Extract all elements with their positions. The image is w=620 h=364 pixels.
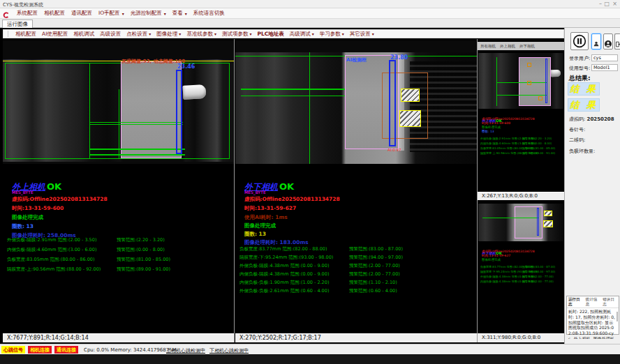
- close-button[interactable]: ×: [612, 1, 617, 7]
- tool-learn-params[interactable]: 学习参数: [320, 31, 341, 38]
- yellow-defect-box: [544, 211, 552, 216]
- thumb1-time: 时间:13-31-59-600: [482, 121, 510, 125]
- mini-measure-warn: 预警范围:(2.00 - 77.00): [522, 280, 554, 283]
- log-tab-stats[interactable]: 统计信息: [586, 297, 600, 307]
- menu-language-switch[interactable]: 系统语言切换: [193, 10, 225, 17]
- thumb1-pixel-coords: X:267;Y:13;R:0;G:0;B:0: [478, 192, 564, 200]
- thumb1-code: 虚拟码:Offline2025020813134728: [482, 117, 535, 121]
- chevron-down-icon: ▾: [149, 31, 151, 36]
- ring-count-label: 负极环数量:: [569, 148, 595, 155]
- thumb-tab-lower[interactable]: 外下相机: [519, 44, 535, 49]
- mini-measure-warn: 预警范围:(81.00 - 85.00): [522, 146, 555, 150]
- mini-measure-warn: 预警范围:(2.20 - 3.20): [522, 137, 552, 140]
- left-ring-count: 圈数: 13: [12, 223, 34, 230]
- measure-warn: 预警范围:(81.00 - 85.00): [117, 257, 170, 263]
- result-badge-lower: 结 果: [568, 98, 600, 112]
- left-mes-label: MES_BYTE: [12, 190, 34, 195]
- tab-object: [182, 84, 206, 100]
- tool-other-settings[interactable]: 其它设置: [350, 31, 371, 38]
- yellow-defect-box: [399, 110, 421, 127]
- app-logo-icon: [2, 9, 10, 17]
- log-scrollbar[interactable]: [617, 312, 618, 321]
- orange-marker: [527, 81, 531, 85]
- measurement-row: 外侧负极-负极:2.61mm 范围:(0.60 - 4.00) 预警范围:(0.…: [235, 288, 477, 295]
- minimize-button[interactable]: –: [599, 1, 602, 7]
- measure-value: 负极宽度:83.77mm 范围:(82.00 - 88.00): [239, 246, 327, 252]
- threshold-label: 灰度阈值:93, 动态阈值:100: [121, 58, 185, 65]
- mini-measure-warn: 预警范围:(89.00 - 91.00): [522, 151, 555, 155]
- operator-icon: [604, 38, 612, 46]
- tool-spot-check[interactable]: 点检设置: [126, 31, 147, 38]
- mini-measure-row: 外侧负极-隔膜:4.38mm 范围:(0.00 - 9.00)预警范围:(2.0…: [478, 275, 564, 279]
- measure-warn: 预警范围:(0.60 - 4.00): [349, 288, 397, 294]
- blue-measure-box: [545, 59, 547, 103]
- thumb-tab-all[interactable]: 所有相机: [480, 44, 496, 49]
- login-user-label: 登录用户:: [569, 55, 590, 62]
- measure-value: 内侧负极-负极:1.90mm 范围:(1.00 - 2.20): [239, 280, 329, 286]
- tool-camera-config[interactable]: 相机配置: [15, 31, 36, 38]
- virtual-code-value: 20250208: [587, 116, 614, 122]
- tool-advanced-debug[interactable]: 高级调试: [290, 31, 311, 38]
- menu-system-config[interactable]: 系统配置: [17, 10, 38, 17]
- tool-image-process[interactable]: 图像处理: [156, 31, 177, 38]
- tool-test-params[interactable]: 测试项参数: [222, 31, 249, 38]
- mid-process-done: 图像处理完成: [244, 222, 276, 229]
- login-user-value: cys: [591, 54, 618, 61]
- chevron-down-icon: ▾: [179, 31, 181, 36]
- measure-warn: 预警范围:(1.10 - 2.10): [349, 280, 397, 286]
- tab-strip: 运行图像: [0, 19, 620, 28]
- pause-button[interactable]: [570, 32, 589, 50]
- mid-camera-image[interactable]: AI检测框 23.80 AI:0.97: [235, 40, 477, 164]
- thumbnail-lower-image[interactable]: [478, 204, 563, 241]
- blue-measure-box: [176, 70, 182, 154]
- mid-camera-panel: AI检测框 23.80 AI:0.97 外下相机OK MES_BYTE 虚拟码:…: [235, 39, 477, 342]
- menu-light-config[interactable]: 光源控制配置: [131, 10, 162, 17]
- green-horizontal-line: [496, 95, 547, 96]
- right-control-panel: 登录用户: cys 使用型号: Model1 总结果: 结 果 结 果 虚拟码:…: [564, 28, 620, 344]
- thumb-tab-upper[interactable]: 外上相机: [500, 44, 515, 49]
- lower-camera-heartbeat-link[interactable]: 下相机心跳检测中: [209, 347, 249, 354]
- yellow-defect-box: [543, 220, 553, 227]
- log-tab-run[interactable]: 运行日志: [568, 297, 583, 307]
- pause-icon: [573, 34, 586, 48]
- left-ok-status: OK: [47, 181, 61, 192]
- mini-measure-warn: 预警范围:(0.00 - 8.00): [522, 142, 552, 145]
- log-tab-error[interactable]: 错误日志: [603, 297, 617, 307]
- thumbnail-upper-image[interactable]: [478, 53, 563, 109]
- exit-button[interactable]: [614, 33, 620, 50]
- blue-measure-box: [389, 60, 396, 146]
- toolbar-grip: [8, 31, 8, 37]
- ai-box-label: AI检测框: [346, 56, 367, 63]
- menu-comm-config[interactable]: 通讯配置: [71, 10, 92, 17]
- tool-camera-debug[interactable]: 相机调试: [73, 31, 94, 38]
- menu-view[interactable]: 查看: [172, 10, 183, 17]
- mini-measure-row: 内侧负极-隔膜:4.38mm 范围:(0.00 - 9.00)预警范围:(2.0…: [478, 280, 564, 284]
- tool-plc-table[interactable]: PLC地址表: [257, 31, 283, 38]
- measure-warn: 预警范围:(2.00 - 77.00): [349, 263, 400, 269]
- green-horizontal-line: [89, 122, 183, 123]
- chevron-down-icon: ▾: [372, 31, 374, 36]
- tool-baseline-params[interactable]: 基准线参数: [186, 31, 213, 38]
- operator-button[interactable]: [603, 33, 613, 50]
- measurement-row: 负极宽度:83.05mm 范围:(80.00 - 86.00) 预警范围:(81…: [3, 257, 234, 264]
- thumbnail-header-tabs: 所有相机 外上相机 外下相机: [478, 42, 564, 50]
- tool-ai-config[interactable]: AI使用配置: [42, 31, 68, 38]
- panel-divider: [234, 39, 235, 342]
- left-time: 时间:13-31-59-600: [12, 205, 64, 212]
- thumbnail-column: 所有相机 外上相机 外下相机 外上相机OK 虚拟码:Offline2025: [478, 39, 564, 342]
- measure-value: 外侧负极-隔膜:4.38mm 范围:(0.00 - 9.00): [239, 263, 329, 269]
- menu-camera-config[interactable]: 相机配置: [44, 10, 65, 17]
- tool-advanced-settings[interactable]: 高级设置: [100, 31, 121, 38]
- upper-camera-heartbeat-link[interactable]: 上相机心跳检测中: [166, 347, 205, 354]
- blue-measure-value: 23.46: [177, 63, 195, 70]
- mini-measure-warn: 预警范围:(2.00 - 77.00): [522, 275, 554, 278]
- thumb2-time: 时间:13-31-59-627: [482, 254, 510, 257]
- menu-io-config[interactable]: IO手配置: [98, 10, 120, 17]
- left-camera-image[interactable]: 灰度阈值:93, 动态阈值:100 23.46: [3, 40, 234, 164]
- log-tabs: 运行日志 统计信息 错误日志: [567, 296, 619, 308]
- mid-ok-status: OK: [279, 181, 294, 192]
- tab-run-image[interactable]: 运行图像: [2, 20, 33, 28]
- user-button[interactable]: [591, 33, 601, 50]
- measure-warn: 预警范围:(83.00 - 87.00): [349, 246, 403, 252]
- maximize-button[interactable]: □: [604, 1, 610, 7]
